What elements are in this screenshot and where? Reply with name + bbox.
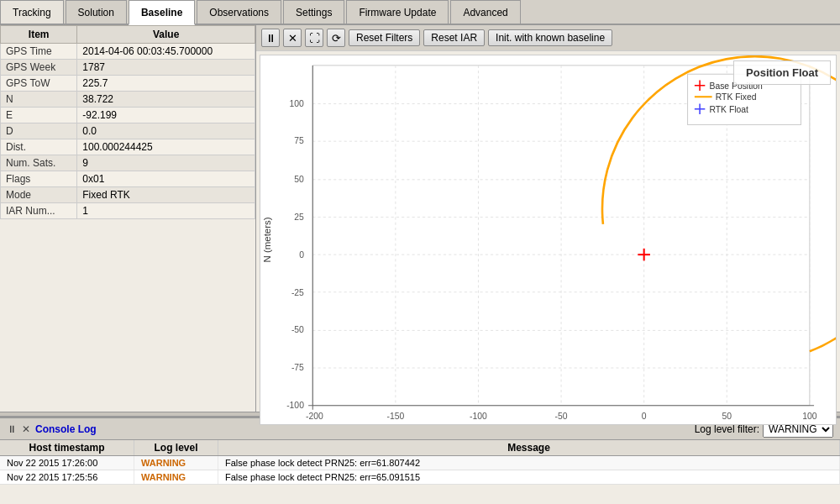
- svg-text:0: 0: [642, 412, 647, 421]
- table-cell-item: GPS Week: [1, 60, 77, 76]
- table-row: Dist.100.000244425: [1, 139, 255, 155]
- svg-text:-100: -100: [286, 401, 304, 410]
- svg-text:RTK Fixed: RTK Fixed: [716, 92, 757, 102]
- pause-button[interactable]: ⏸: [261, 29, 280, 47]
- table-cell-value: 1: [77, 203, 255, 219]
- svg-text:-50: -50: [555, 412, 568, 421]
- console-rows: Nov 22 2015 17:26:00 WARNING False phase…: [0, 456, 840, 504]
- table-row: Num. Sats.9: [1, 155, 255, 171]
- table-row: E-92.199: [1, 108, 255, 123]
- table-row: Flags0x01: [1, 171, 255, 187]
- data-table: Item Value GPS Time2014-04-06 00:03:45.7…: [0, 25, 255, 219]
- svg-text:N (meters): N (meters): [262, 217, 272, 262]
- col-item-header: Item: [1, 26, 77, 44]
- main-content: Item Value GPS Time2014-04-06 00:03:45.7…: [0, 25, 840, 412]
- svg-text:RTK Float: RTK Float: [710, 105, 749, 114]
- table-cell-item: Mode: [1, 187, 77, 203]
- table-cell-value: 100.000244425: [77, 139, 255, 155]
- console-row: Nov 22 2015 17:26:00 WARNING False phase…: [0, 456, 840, 470]
- chart-svg: 100 75 50 25 0 -25 -50 -75 -100 -200 -15…: [260, 55, 836, 424]
- table-cell-value: 0x01: [77, 171, 255, 187]
- table-row: GPS Week1787: [1, 60, 255, 76]
- table-cell-value: 2014-04-06 00:03:45.700000: [77, 44, 255, 60]
- table-row: N38.722: [1, 92, 255, 108]
- svg-text:-150: -150: [387, 412, 405, 421]
- console-level: WARNING: [134, 470, 218, 484]
- tab-settings[interactable]: Settings: [283, 0, 344, 24]
- table-cell-value: -92.199: [77, 108, 255, 123]
- console-timestamp: Nov 22 2015 17:26:00: [0, 456, 134, 470]
- table-cell-item: N: [1, 92, 77, 108]
- table-row: IAR Num...1: [1, 203, 255, 219]
- console-row: Nov 22 2015 17:25:56 WARNING False phase…: [0, 470, 840, 485]
- console-title: Console Log: [35, 423, 97, 435]
- console-level: WARNING: [134, 456, 218, 470]
- svg-text:50: 50: [294, 175, 304, 184]
- table-cell-item: D: [1, 123, 77, 139]
- reset-iar-button[interactable]: Reset IAR: [423, 29, 485, 46]
- col-message-header: Message: [218, 440, 840, 455]
- console-message: False phase lock detect PRN25: err=65.09…: [218, 470, 840, 484]
- close-button[interactable]: ✕: [283, 29, 302, 47]
- tab-solution[interactable]: Solution: [66, 0, 127, 24]
- svg-text:100: 100: [802, 412, 817, 421]
- svg-text:75: 75: [294, 136, 304, 145]
- svg-text:-25: -25: [291, 288, 304, 297]
- tab-observations[interactable]: Observations: [197, 0, 281, 24]
- svg-text:50: 50: [722, 412, 732, 421]
- svg-text:25: 25: [294, 213, 304, 222]
- svg-text:-75: -75: [291, 363, 304, 372]
- console-section: ⏸ ✕ Console Log Log level filter: WARNIN…: [0, 417, 840, 504]
- table-cell-item: Dist.: [1, 139, 77, 155]
- table-cell-value: 225.7: [77, 76, 255, 92]
- chart-area: 100 75 50 25 0 -25 -50 -75 -100 -200 -15…: [260, 55, 837, 425]
- tab-bar: Tracking Solution Baseline Observations …: [0, 0, 840, 25]
- table-row: D0.0: [1, 123, 255, 139]
- init-baseline-button[interactable]: Init. with known baseline: [488, 29, 612, 46]
- table-cell-value: Fixed RTK: [77, 187, 255, 203]
- position-status-badge: Position Float: [733, 60, 831, 85]
- console-table-header: Host timestamp Log level Message: [0, 440, 840, 456]
- table-cell-item: GPS Time: [1, 44, 77, 60]
- svg-text:-100: -100: [470, 412, 487, 421]
- console-pause-button[interactable]: ⏸: [7, 423, 17, 435]
- col-timestamp-header: Host timestamp: [0, 440, 134, 455]
- svg-text:100: 100: [290, 99, 305, 108]
- table-cell-item: E: [1, 108, 77, 123]
- table-cell-value: 1787: [77, 60, 255, 76]
- table-cell-value: 9: [77, 155, 255, 171]
- console-message: False phase lock detect PRN25: err=61.80…: [218, 456, 840, 470]
- tab-baseline[interactable]: Baseline: [129, 0, 195, 25]
- table-row: ModeFixed RTK: [1, 187, 255, 203]
- table-cell-item: Flags: [1, 171, 77, 187]
- reset-filters-button[interactable]: Reset Filters: [349, 29, 420, 46]
- left-panel: Item Value GPS Time2014-04-06 00:03:45.7…: [0, 25, 256, 412]
- col-value-header: Value: [77, 26, 255, 44]
- chart-toolbar: ⏸ ✕ ⛶ ⟳ Reset Filters Reset IAR Init. wi…: [256, 25, 840, 51]
- console-timestamp: Nov 22 2015 17:25:56: [0, 470, 134, 484]
- expand-button[interactable]: ⛶: [305, 29, 323, 47]
- table-cell-item: IAR Num...: [1, 203, 77, 219]
- right-panel: ⏸ ✕ ⛶ ⟳ Reset Filters Reset IAR Init. wi…: [256, 25, 840, 412]
- table-cell-value: 0.0: [77, 123, 255, 139]
- table-cell-item: Num. Sats.: [1, 155, 77, 171]
- svg-text:-200: -200: [306, 412, 323, 421]
- tab-advanced[interactable]: Advanced: [450, 0, 520, 24]
- tab-tracking[interactable]: Tracking: [0, 0, 64, 24]
- console-close-button[interactable]: ✕: [22, 423, 30, 435]
- table-cell-value: 38.722: [77, 92, 255, 108]
- table-cell-item: GPS ToW: [1, 76, 77, 92]
- tab-firmware[interactable]: Firmware Update: [346, 0, 449, 24]
- refresh-button[interactable]: ⟳: [327, 29, 345, 47]
- col-level-header: Log level: [134, 440, 218, 455]
- table-row: GPS ToW225.7: [1, 76, 255, 92]
- svg-text:-50: -50: [291, 326, 304, 335]
- table-row: GPS Time2014-04-06 00:03:45.700000: [1, 44, 255, 60]
- svg-text:0: 0: [299, 250, 304, 260]
